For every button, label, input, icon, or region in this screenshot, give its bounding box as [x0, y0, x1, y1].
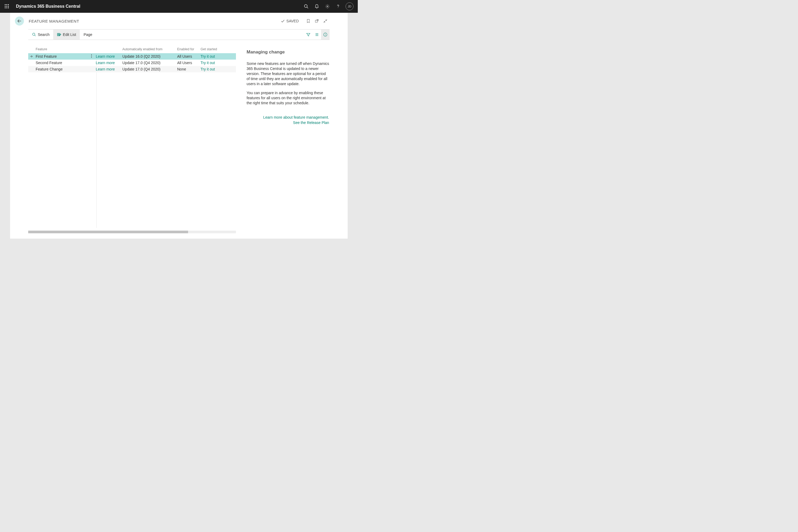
popout-icon[interactable]	[312, 17, 321, 25]
filter-icon[interactable]	[304, 30, 312, 40]
collapse-icon[interactable]	[321, 17, 329, 25]
try-it-out-link[interactable]: Try it out	[201, 54, 215, 58]
factbox-panel: Managing change Some new features are tu…	[236, 41, 329, 233]
edit-list-label: Edit List	[63, 33, 76, 37]
search-button[interactable]: Search	[28, 30, 53, 40]
svg-point-35	[91, 57, 92, 57]
auto-enabled-cell: Update 17.0 (Q4 2020)	[122, 67, 177, 71]
back-button[interactable]	[15, 17, 24, 25]
try-it-out-link[interactable]: Try it out	[201, 61, 215, 65]
factbox-title: Managing change	[247, 50, 329, 55]
table-row[interactable]: Second Feature Learn more Update 17.0 (Q…	[28, 60, 236, 66]
svg-point-33	[91, 54, 92, 55]
factbox-paragraph: Some new features are turned off when Dy…	[247, 61, 329, 86]
app-bar: Dynamics 365 Business Central JD	[0, 0, 358, 13]
list-view-icon[interactable]	[312, 30, 321, 40]
learn-more-link[interactable]: Learn more	[96, 61, 115, 65]
release-plan-link[interactable]: See the Release Plan	[247, 120, 329, 125]
table-row[interactable]: Feature Change Learn more Update 17.0 (Q…	[28, 66, 236, 72]
feature-table: Feature Automatically enabled from Enabl…	[28, 41, 236, 231]
col-header-feature[interactable]: Feature	[35, 48, 96, 51]
svg-rect-4	[6, 6, 7, 7]
gear-icon[interactable]	[322, 0, 333, 13]
try-it-out-link[interactable]: Try it out	[201, 67, 215, 71]
svg-point-11	[327, 6, 328, 7]
svg-point-9	[304, 4, 307, 7]
toolbar: Search Edit List Page	[28, 29, 329, 40]
saved-label: SAVED	[286, 19, 299, 23]
app-title: Dynamics 365 Business Central	[16, 4, 80, 9]
svg-rect-5	[8, 6, 9, 7]
svg-rect-6	[5, 7, 5, 8]
svg-rect-2	[8, 4, 9, 5]
info-pane-icon[interactable]	[321, 30, 329, 40]
page-title: FEATURE MANAGEMENT	[29, 19, 79, 23]
page-label: Page	[83, 33, 92, 37]
svg-line-17	[324, 22, 325, 23]
column-divider	[96, 53, 97, 228]
app-launcher-icon[interactable]	[3, 3, 11, 10]
row-indicator-arrow-icon	[28, 55, 35, 58]
page-card: FEATURE MANAGEMENT SAVED Search	[10, 13, 348, 239]
svg-rect-3	[5, 6, 5, 7]
svg-point-18	[33, 33, 35, 35]
svg-rect-8	[8, 7, 9, 8]
col-header-enabled[interactable]: Enabled for	[177, 48, 201, 51]
auto-enabled-cell: Update 17.0 (Q4 2020)	[122, 61, 177, 65]
bell-icon[interactable]	[311, 0, 322, 13]
svg-rect-14	[315, 20, 317, 22]
search-icon[interactable]	[301, 0, 311, 13]
avatar[interactable]: JD	[345, 2, 354, 11]
svg-line-19	[35, 35, 35, 36]
grid-area: Feature Automatically enabled from Enabl…	[28, 41, 236, 233]
edit-list-button[interactable]: Edit List	[53, 30, 80, 40]
factbox-paragraph: You can prepare in advance by enabling t…	[247, 91, 329, 106]
saved-indicator: SAVED	[281, 19, 299, 23]
svg-rect-1	[6, 4, 7, 5]
learn-more-link[interactable]: Learn more	[96, 54, 115, 58]
horizontal-scrollbar[interactable]	[28, 231, 236, 233]
svg-point-31	[325, 34, 325, 34]
svg-point-34	[91, 56, 92, 56]
bookmark-icon[interactable]	[304, 17, 312, 25]
col-header-get-started[interactable]: Get started	[201, 48, 227, 51]
learn-more-link[interactable]: Learn more	[96, 67, 115, 71]
page-header: FEATURE MANAGEMENT SAVED	[10, 13, 348, 29]
svg-line-16	[326, 19, 327, 21]
svg-marker-25	[307, 33, 310, 36]
feature-name: Second Feature	[36, 61, 62, 65]
help-icon[interactable]	[333, 0, 343, 13]
row-menu-icon[interactable]	[90, 54, 93, 59]
enabled-for-cell[interactable]: All Users	[177, 54, 201, 58]
enabled-for-cell[interactable]: All Users	[177, 61, 201, 65]
enabled-for-cell[interactable]: None	[177, 67, 201, 71]
scrollbar-thumb[interactable]	[28, 231, 188, 233]
table-row[interactable]: First Feature Learn more Update 16.0 (Q2…	[28, 53, 236, 60]
auto-enabled-cell: Update 16.0 (Q2 2020)	[122, 54, 177, 58]
feature-name: First Feature	[36, 54, 57, 58]
svg-rect-0	[5, 4, 5, 5]
svg-line-10	[307, 7, 308, 8]
table-header-row: Feature Automatically enabled from Enabl…	[28, 41, 236, 53]
learn-more-feature-mgmt-link[interactable]: Learn more about feature management.	[247, 115, 329, 119]
col-header-auto[interactable]: Automatically enabled from	[122, 48, 177, 51]
svg-rect-7	[6, 7, 7, 8]
feature-name: Feature Change	[36, 67, 62, 71]
search-label: Search	[38, 33, 50, 37]
page-menu-button[interactable]: Page	[80, 30, 96, 40]
content-area: Feature Automatically enabled from Enabl…	[28, 41, 329, 233]
